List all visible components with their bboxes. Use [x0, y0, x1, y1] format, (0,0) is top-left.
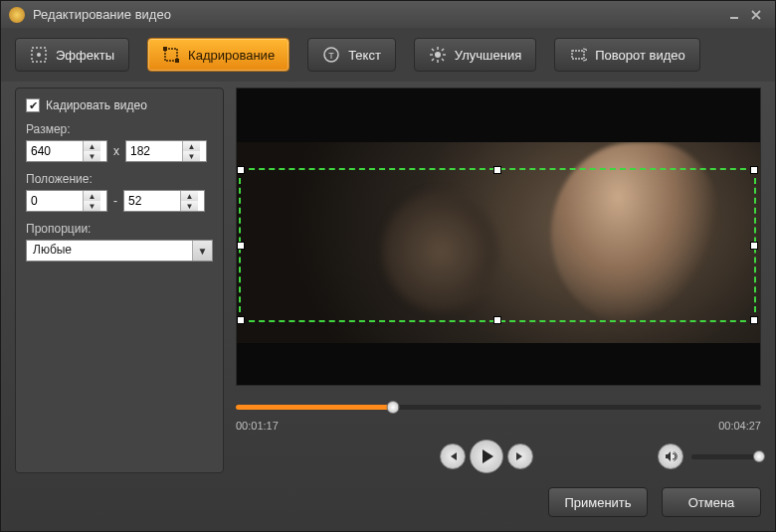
crop-handle-tc[interactable]: [493, 166, 501, 174]
svg-rect-0: [730, 17, 738, 19]
svg-line-16: [432, 59, 434, 61]
titlebar: Редактирование видео: [1, 1, 775, 28]
close-button[interactable]: [745, 6, 767, 24]
pos-separator: -: [113, 194, 117, 208]
aspect-select[interactable]: Любые ▼: [26, 240, 213, 262]
crop-icon: [162, 46, 180, 64]
timeline-progress: [236, 405, 393, 410]
aspect-label: Пропорции:: [26, 222, 213, 236]
width-down[interactable]: ▼: [84, 151, 100, 161]
crop-handle-mr[interactable]: [750, 242, 758, 250]
height-up[interactable]: ▲: [183, 141, 200, 151]
crop-handle-tl[interactable]: [237, 166, 245, 174]
crop-handle-br[interactable]: [750, 316, 758, 324]
position-label: Положение:: [26, 172, 213, 186]
window-title: Редактирование видео: [33, 7, 723, 22]
crop-checkbox-label: Кадировать видео: [46, 98, 147, 112]
height-input[interactable]: [126, 141, 182, 161]
play-button[interactable]: [470, 440, 503, 473]
crop-handle-ml[interactable]: [237, 242, 245, 250]
tab-label: Поворот видео: [595, 48, 685, 63]
app-icon: [9, 7, 25, 23]
svg-rect-5: [175, 59, 179, 63]
tab-effects[interactable]: Эффекты: [15, 38, 129, 72]
time-total: 00:04:27: [718, 420, 761, 432]
height-spinner[interactable]: ▲▼: [125, 140, 207, 162]
posy-up[interactable]: ▲: [181, 191, 198, 201]
crop-checkbox[interactable]: ✔: [26, 98, 40, 112]
effects-icon: [30, 46, 48, 64]
width-input[interactable]: [27, 141, 83, 161]
size-separator: x: [113, 144, 119, 158]
timeline[interactable]: [236, 400, 761, 414]
svg-point-2: [37, 53, 41, 57]
timeline-knob[interactable]: [387, 401, 400, 414]
posy-down[interactable]: ▼: [181, 201, 198, 211]
content-area: ✔ Кадировать видео Размер: ▲▼ x ▲▼ Полож…: [1, 82, 775, 473]
tab-crop[interactable]: Кадрирование: [147, 38, 290, 72]
width-spinner[interactable]: ▲▼: [26, 140, 107, 162]
posx-input[interactable]: [27, 191, 83, 211]
tab-label: Улучшения: [455, 48, 521, 63]
crop-settings-panel: ✔ Кадировать видео Размер: ▲▼ x ▲▼ Полож…: [15, 88, 224, 473]
cancel-button[interactable]: Отмена: [662, 487, 761, 517]
video-preview[interactable]: [236, 88, 761, 386]
crop-handle-tr[interactable]: [750, 166, 758, 174]
posx-spinner[interactable]: ▲▼: [26, 190, 107, 212]
svg-text:T: T: [328, 51, 334, 61]
svg-line-14: [442, 59, 444, 61]
aspect-dropdown-button[interactable]: ▼: [192, 241, 212, 261]
posy-spinner[interactable]: ▲▼: [123, 190, 205, 212]
width-up[interactable]: ▲: [84, 141, 100, 151]
play-icon: [483, 449, 493, 463]
prev-button[interactable]: [440, 443, 466, 469]
posx-down[interactable]: ▼: [84, 201, 100, 211]
volume-button[interactable]: [658, 443, 683, 469]
height-down[interactable]: ▼: [183, 151, 200, 161]
preview-column: 00:01:17 00:04:27: [236, 88, 761, 473]
next-button[interactable]: [507, 443, 533, 469]
tab-label: Кадрирование: [188, 48, 275, 63]
tab-rotate[interactable]: Поворот видео: [554, 38, 700, 72]
svg-line-13: [432, 49, 434, 51]
enhance-icon: [429, 46, 447, 64]
time-current: 00:01:17: [236, 420, 279, 432]
posy-input[interactable]: [124, 191, 180, 211]
video-editor-window: Редактирование видео Эффекты Кадрировани…: [0, 0, 776, 532]
svg-rect-4: [163, 47, 167, 51]
crop-handle-bc[interactable]: [493, 316, 501, 324]
posx-up[interactable]: ▲: [84, 191, 100, 201]
apply-button[interactable]: Применить: [548, 487, 648, 517]
player-controls: [236, 440, 761, 473]
tab-enhance[interactable]: Улучшения: [414, 38, 536, 72]
tabbar: Эффекты Кадрирование T Текст Улучшения П…: [1, 28, 775, 82]
rotate-icon: [569, 46, 587, 64]
footer: Применить Отмена: [1, 473, 775, 531]
tab-label: Эффекты: [56, 48, 114, 63]
crop-rectangle[interactable]: [239, 168, 756, 322]
crop-handle-bl[interactable]: [237, 316, 245, 324]
timeline-track[interactable]: [236, 405, 761, 410]
size-label: Размер:: [26, 122, 213, 136]
volume-knob[interactable]: [753, 450, 765, 462]
aspect-value: Любые: [27, 241, 192, 261]
svg-line-15: [442, 49, 444, 51]
minimize-button[interactable]: [723, 6, 745, 24]
svg-rect-17: [572, 51, 584, 59]
volume-slider[interactable]: [691, 454, 761, 459]
crop-enable-row[interactable]: ✔ Кадировать видео: [26, 98, 213, 112]
svg-point-8: [435, 52, 441, 58]
text-icon: T: [322, 46, 340, 64]
tab-text[interactable]: T Текст: [307, 38, 396, 72]
tab-label: Текст: [348, 48, 381, 63]
